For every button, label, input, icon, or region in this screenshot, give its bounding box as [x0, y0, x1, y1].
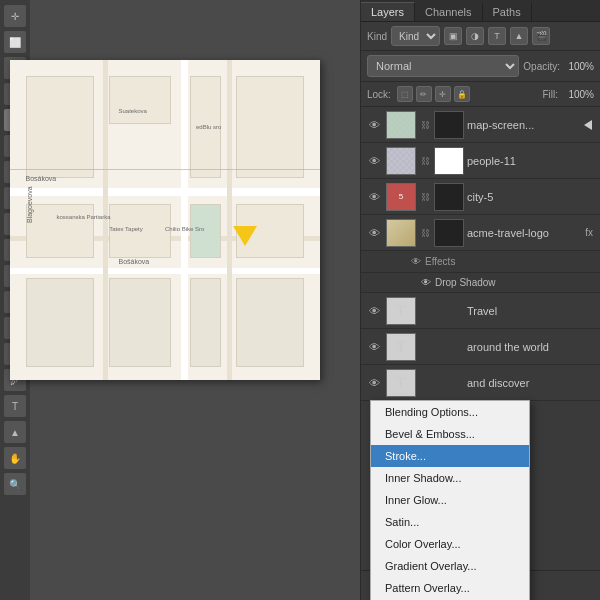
blend-mode-select[interactable]: Normal — [367, 55, 519, 77]
context-item-stroke[interactable]: Stroke... — [371, 445, 529, 467]
layer-name: acme-travel-logo — [467, 227, 585, 239]
lock-pixels-btn[interactable]: ✏ — [416, 86, 432, 102]
layer-chain-icon — [419, 333, 431, 361]
layer-thumbnail: T — [386, 333, 416, 361]
context-item-inner-glow[interactable]: Inner Glow... — [371, 489, 529, 511]
layer-thumbnail: 5 — [386, 183, 416, 211]
layer-thumbnail — [386, 219, 416, 247]
layer-row[interactable]: 👁 T around the world — [361, 329, 600, 365]
fill-value: 100% — [564, 89, 594, 100]
layer-name: and discover — [467, 377, 596, 389]
filter-adjust-icon[interactable]: ◑ — [466, 27, 484, 45]
drop-shadow-eye-icon[interactable]: 👁 — [421, 277, 431, 288]
layer-row[interactable]: 👁 ⛓ acme-travel-logo fx — [361, 215, 600, 251]
layer-row[interactable]: 👁 ⛓ map-screen... — [361, 107, 600, 143]
layer-chain-icon: ⛓ — [419, 111, 431, 139]
filter-pixel-icon[interactable]: ▣ — [444, 27, 462, 45]
canvas-area: ✛ ⬜ ◌ ✦ ⊞ ✒ ⊕ ✏ ⊙ ↺ ◻ ▦ ◉ ☽ 🖊 T ▲ ✋ 🔍 — [0, 0, 360, 600]
layer-row[interactable]: 👁 T Travel — [361, 293, 600, 329]
context-menu: Blending Options... Bevel & Emboss... St… — [370, 400, 530, 600]
kind-label: Kind — [367, 31, 387, 42]
layer-mask-thumb — [434, 219, 464, 247]
move-tool[interactable]: ✛ — [4, 5, 26, 27]
visibility-icon[interactable]: 👁 — [365, 302, 383, 320]
effects-eye-icon[interactable]: 👁 — [411, 256, 421, 267]
visibility-icon[interactable]: 👁 — [365, 152, 383, 170]
visibility-icon[interactable]: 👁 — [365, 116, 383, 134]
layer-row[interactable]: 👁 5 ⛓ city-5 — [361, 179, 600, 215]
effects-row: 👁 Effects — [361, 251, 600, 273]
layer-thumbnail: T — [386, 369, 416, 397]
layer-row[interactable]: 👁 ⛓ people-11 — [361, 143, 600, 179]
hand-tool[interactable]: ✋ — [4, 447, 26, 469]
visibility-icon[interactable]: 👁 — [365, 338, 383, 356]
context-item-color-overlay[interactable]: Color Overlay... — [371, 533, 529, 555]
layer-name: Travel — [467, 305, 596, 317]
zoom-tool[interactable]: 🔍 — [4, 473, 26, 495]
context-item-pattern-overlay[interactable]: Pattern Overlay... — [371, 577, 529, 599]
layer-chain-icon — [419, 297, 431, 325]
lock-label: Lock: — [367, 89, 391, 100]
lock-transparent-btn[interactable]: ⬚ — [397, 86, 413, 102]
marquee-tool[interactable]: ⬜ — [4, 31, 26, 53]
layer-name: around the world — [467, 341, 596, 353]
blend-row: Normal Opacity: 100% — [361, 51, 600, 82]
context-item-blending[interactable]: Blending Options... — [371, 401, 529, 423]
cyan-guide-line — [10, 169, 320, 170]
shape-tool[interactable]: ▲ — [4, 421, 26, 443]
lock-icons: ⬚ ✏ ✛ 🔒 — [397, 86, 470, 102]
search-bar: Kind Kind ▣ ◑ T ▲ 🎬 — [361, 22, 600, 51]
text-tool[interactable]: T — [4, 395, 26, 417]
layer-name: people-11 — [467, 155, 596, 167]
layer-row[interactable]: 👁 T and discover — [361, 365, 600, 401]
panel-tabs: Layers Channels Paths — [361, 0, 600, 22]
canvas-document: Bosákova Blagoevova Bošákova edBlu sro S… — [10, 60, 320, 380]
tab-layers[interactable]: Layers — [361, 2, 415, 21]
layer-name: map-screen... — [467, 119, 584, 131]
fx-badge: fx — [585, 227, 593, 238]
context-item-gradient-overlay[interactable]: Gradient Overlay... — [371, 555, 529, 577]
effects-sub-row: 👁 Drop Shadow — [361, 273, 600, 293]
context-item-bevel[interactable]: Bevel & Emboss... — [371, 423, 529, 445]
kind-select[interactable]: Kind — [391, 26, 440, 46]
tab-paths[interactable]: Paths — [483, 3, 532, 21]
filter-smart-icon[interactable]: 🎬 — [532, 27, 550, 45]
layer-chain-icon — [419, 369, 431, 397]
layer-thumbnail: T — [386, 297, 416, 325]
context-item-satin[interactable]: Satin... — [371, 511, 529, 533]
lock-row: Lock: ⬚ ✏ ✛ 🔒 Fill: 100% — [361, 82, 600, 107]
drop-shadow-label: 👁 Drop Shadow — [421, 277, 496, 288]
context-item-inner-shadow[interactable]: Inner Shadow... — [371, 467, 529, 489]
tab-channels[interactable]: Channels — [415, 3, 482, 21]
opacity-value: 100% — [564, 61, 594, 72]
layer-thumbnail — [386, 147, 416, 175]
layer-chain-icon: ⛓ — [419, 219, 431, 247]
effects-label: 👁 Effects — [411, 256, 455, 267]
layer-mask-thumb — [434, 111, 464, 139]
filter-text-icon[interactable]: T — [488, 27, 506, 45]
layer-chain-icon: ⛓ — [419, 183, 431, 211]
layer-name: city-5 — [467, 191, 596, 203]
map-image: Bosákova Blagoevova Bošákova edBlu sro S… — [10, 60, 320, 380]
layer-chain-icon: ⛓ — [419, 147, 431, 175]
layer-arrow-icon — [584, 120, 592, 130]
layer-mask-thumb — [434, 147, 464, 175]
visibility-icon[interactable]: 👁 — [365, 224, 383, 242]
layer-thumbnail — [386, 111, 416, 139]
layer-mask-thumb — [434, 183, 464, 211]
lock-position-btn[interactable]: ✛ — [435, 86, 451, 102]
visibility-icon[interactable]: 👁 — [365, 188, 383, 206]
filter-shape-icon[interactable]: ▲ — [510, 27, 528, 45]
visibility-icon[interactable]: 👁 — [365, 374, 383, 392]
fill-label: Fill: — [542, 89, 558, 100]
lock-all-btn[interactable]: 🔒 — [454, 86, 470, 102]
opacity-label: Opacity: — [523, 61, 560, 72]
